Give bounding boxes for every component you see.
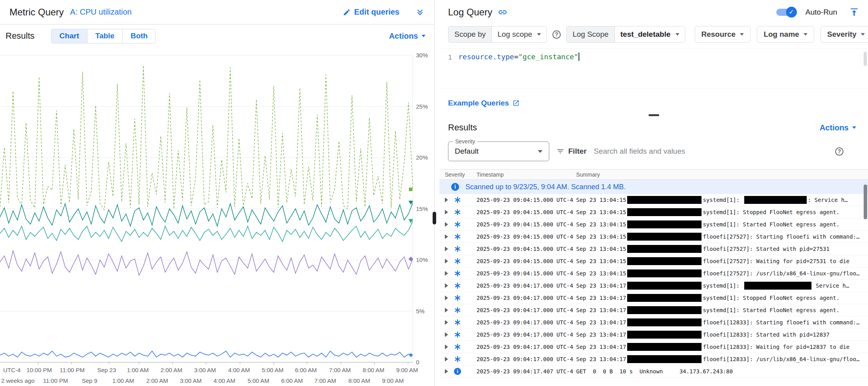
row-head	[445, 282, 477, 289]
x-tick-label: 7:00 AM	[314, 377, 336, 384]
query-a-cpu-utilization-link[interactable]: A: CPU utilization	[70, 8, 132, 17]
log-timestamp: 2025-09-23 09:04:15.000 UTC-4	[477, 246, 576, 252]
row-head	[445, 331, 477, 338]
tab-both[interactable]: Both	[122, 29, 155, 43]
tab-chart[interactable]: Chart	[51, 29, 87, 43]
search-input[interactable]: Search all fields and values	[594, 147, 828, 156]
severity-select-label: Severity	[453, 138, 477, 145]
panel-divider	[434, 0, 439, 386]
auto-run-label: Auto-Run	[806, 8, 837, 17]
log-row[interactable]: 2025-09-23 09:04:17.000 UTC-4Sep 23 13:0…	[439, 304, 868, 316]
metric-actions-button[interactable]: Actions	[389, 32, 425, 41]
log-row[interactable]: 2025-09-23 09:04:17.000 UTC-4Sep 23 13:0…	[439, 316, 868, 329]
scope-by-dropdown[interactable]: Scope by Log scope	[448, 26, 547, 43]
expand-chevron-icon[interactable]	[445, 234, 448, 239]
tab-table[interactable]: Table	[87, 29, 122, 43]
expand-chevron-icon[interactable]	[445, 198, 448, 202]
log-scope-label: Log Scope	[567, 26, 615, 42]
panel-resize-handle[interactable]	[433, 212, 436, 224]
chevron-down-icon	[852, 126, 856, 129]
link-icon[interactable]	[498, 8, 507, 17]
log-row[interactable]: 2025-09-23 09:04:15.000 UTC-4Sep 23 13:0…	[439, 255, 868, 267]
log-row[interactable]: 2025-09-23 09:04:15.000 UTC-4Sep 23 13:0…	[439, 194, 868, 206]
log-query-editor[interactable]: 1 resource.type="gce_instance"	[439, 48, 868, 88]
severity-default-icon	[454, 307, 461, 313]
chip-log-name[interactable]: Log name	[757, 26, 814, 43]
chevron-down-icon	[861, 33, 865, 36]
log-row[interactable]: 2025-09-23 09:04:17.000 UTC-4Sep 23 13:0…	[439, 341, 868, 353]
log-rows-list: 2025-09-23 09:04:15.000 UTC-4Sep 23 13:0…	[439, 194, 868, 386]
search-help-icon[interactable]: ?	[835, 147, 843, 156]
log-summary: Sep 23 13:04:15systemd[1]: Started FlooN…	[576, 220, 868, 229]
chip-severity[interactable]: Severity	[821, 26, 868, 43]
log-row[interactable]: 2025-09-23 09:04:17.000 UTC-4Sep 23 13:0…	[439, 292, 868, 304]
column-header-summary: Summary	[576, 171, 868, 178]
results-scrollbar-thumb[interactable]	[864, 185, 867, 219]
scan-status-text: Scanned up to 9/23/25, 9:04 AM. Scanned …	[465, 183, 626, 191]
filter-button[interactable]: Filter	[556, 147, 586, 156]
log-row[interactable]: i2025-09-23 09:04:17.407 UTC-4GET 0 0 B …	[439, 365, 868, 378]
filter-label: Filter	[568, 147, 586, 156]
log-summary: Sep 23 13:04:15flooefi[27527]: Starting …	[576, 233, 868, 241]
expand-chevron-icon[interactable]	[445, 332, 448, 337]
cpu-utilization-chart[interactable]: 30%25%20%15%10%5%0 UTC-410:00 PM11:00 PM…	[0, 47, 434, 386]
query-code-line[interactable]: resource.type="gce_instance"	[458, 53, 579, 88]
severity-select[interactable]: Severity Default	[448, 141, 549, 161]
x-tick-label: 7:00 AM	[329, 367, 351, 373]
x-tick-label: 5:00 AM	[248, 377, 269, 384]
expand-chevron-icon[interactable]	[445, 296, 448, 300]
double-chevron-down-icon[interactable]	[415, 8, 425, 17]
scope-help-icon[interactable]: ?	[552, 30, 561, 39]
expand-chevron-icon[interactable]	[445, 210, 448, 215]
y-tick-label: 25%	[416, 103, 428, 110]
log-actions-button[interactable]: Actions	[820, 123, 856, 132]
row-head	[445, 356, 477, 362]
log-scope-dropdown[interactable]: Log Scope test_deletable	[566, 26, 685, 43]
edit-queries-button[interactable]: Edit queries	[343, 8, 399, 17]
log-row[interactable]: 2025-09-23 09:04:17.000 UTC-4Sep 23 13:0…	[439, 329, 868, 341]
redacted-block	[627, 282, 702, 290]
chip-resource[interactable]: Resource	[695, 26, 751, 43]
splitter-drag-handle[interactable]	[649, 114, 659, 116]
log-summary: Sep 23 13:04:17flooefi[12833]: Waiting f…	[576, 343, 868, 351]
redacted-block	[744, 196, 807, 204]
expand-chevron-icon[interactable]	[445, 357, 448, 362]
log-row[interactable]: 2025-09-23 09:04:15.000 UTC-4Sep 23 13:0…	[439, 206, 868, 218]
expand-chevron-icon[interactable]	[445, 369, 448, 374]
x-tick-label: 11:00 PM	[60, 367, 85, 373]
expand-chevron-icon[interactable]	[445, 308, 448, 313]
auto-run-toggle[interactable]: ✓	[776, 8, 796, 17]
example-queries-link[interactable]: Example Queries	[448, 99, 520, 107]
expand-chevron-icon[interactable]	[445, 222, 448, 227]
log-summary: Sep 23 13:04:15flooefi[27527]: Waiting f…	[576, 257, 868, 265]
x-tick-label: 9:00 AM	[382, 377, 404, 384]
expand-chevron-icon[interactable]	[445, 283, 448, 288]
redacted-block	[744, 282, 811, 290]
log-summary: Sep 23 13:04:17flooefi[12833]: Started w…	[576, 331, 868, 339]
row-head	[445, 197, 477, 203]
row-head	[445, 233, 477, 240]
editor-scrollbar-thumb[interactable]	[864, 52, 867, 66]
log-row[interactable]: 2025-09-23 09:04:17.000 UTC-4Sep 23 13:0…	[439, 353, 868, 365]
log-timestamp: 2025-09-23 09:04:17.407 UTC-4	[477, 368, 576, 375]
expand-chevron-icon[interactable]	[445, 247, 448, 251]
chip-label: Log name	[764, 30, 799, 39]
expand-chevron-icon[interactable]	[445, 271, 448, 276]
log-summary: Sep 23 13:04:15systemd[1]: Stopped FlooN…	[576, 208, 868, 217]
log-row[interactable]: 2025-09-23 09:04:15.000 UTC-4Sep 23 13:0…	[439, 267, 868, 280]
log-row[interactable]: 2025-09-23 09:04:17.000 UTC-4Sep 23 13:0…	[439, 280, 868, 292]
log-row[interactable]: 2025-09-23 09:04:15.000 UTC-4Sep 23 13:0…	[439, 243, 868, 255]
x-tick-label: 3:00 AM	[180, 377, 202, 384]
log-row[interactable]: 2025-09-23 09:04:15.000 UTC-4Sep 23 13:0…	[439, 218, 868, 231]
chevron-down-icon	[422, 35, 425, 37]
log-row[interactable]: 2025-09-23 09:04:15.000 UTC-4Sep 23 13:0…	[439, 231, 868, 243]
redacted-block	[627, 306, 702, 314]
expand-chevron-icon[interactable]	[445, 259, 448, 264]
expand-chevron-icon[interactable]	[445, 320, 448, 325]
chart-plot-area[interactable]	[0, 47, 413, 386]
collapse-panel-icon[interactable]	[849, 7, 859, 17]
x-tick-label: UTC-4	[3, 367, 21, 373]
edit-queries-label: Edit queries	[354, 8, 399, 17]
expand-chevron-icon[interactable]	[445, 345, 448, 349]
info-icon: i	[451, 183, 459, 191]
